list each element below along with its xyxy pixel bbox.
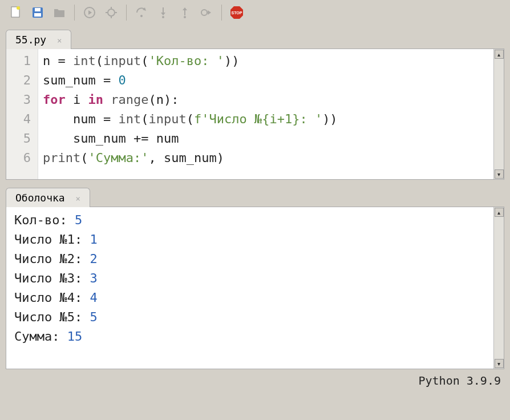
line-number: 2: [6, 71, 38, 90]
line-gutter: 1 2 3 4 5 6: [6, 49, 38, 179]
svg-rect-3: [34, 13, 41, 17]
save-icon[interactable]: [29, 3, 47, 22]
close-icon[interactable]: ×: [76, 194, 80, 203]
line-number: 6: [6, 148, 38, 168]
shell-output[interactable]: Кол-во: 5 Число №1: 1 Число №2: 2 Число …: [6, 207, 493, 369]
toolbar-divider: [126, 5, 127, 21]
svg-point-1: [17, 6, 20, 10]
svg-marker-18: [183, 7, 187, 10]
scroll-down-icon[interactable]: ▾: [495, 169, 504, 179]
svg-marker-15: [161, 13, 165, 15]
svg-point-19: [184, 16, 186, 18]
status-bar: Python 3.9.9: [0, 369, 510, 392]
scrollbar[interactable]: ▴ ▾: [493, 207, 504, 369]
scroll-down-icon[interactable]: ▾: [495, 359, 504, 368]
line-number: 3: [6, 90, 38, 110]
scrollbar[interactable]: ▴ ▾: [493, 49, 504, 179]
toolbar-divider: [221, 5, 222, 21]
tab-file[interactable]: 55.py ×: [6, 30, 71, 49]
step-out-icon[interactable]: [176, 3, 194, 22]
line-number: 4: [6, 110, 38, 129]
shell-tab-bar: Оболочка ×: [6, 188, 510, 207]
svg-marker-6: [88, 10, 92, 15]
svg-rect-4: [35, 8, 41, 11]
shell-pane: Кол-во: 5 Число №1: 1 Число №2: 2 Число …: [6, 207, 504, 369]
code-area[interactable]: n = int(input('Кол-во: ')) sum_num = 0 f…: [38, 49, 493, 179]
stop-icon[interactable]: STOP: [228, 3, 246, 22]
step-over-icon[interactable]: [132, 3, 151, 22]
editor-tab-bar: 55.py ×: [6, 30, 510, 49]
folder-icon[interactable]: [50, 3, 68, 22]
code-editor-pane: 1 2 3 4 5 6 n = int(input('Кол-во: ')) s…: [6, 49, 504, 180]
resume-icon[interactable]: [197, 3, 216, 22]
line-number: 5: [6, 129, 38, 148]
toolbar: STOP: [0, 0, 510, 25]
svg-text:STOP: STOP: [232, 11, 242, 15]
play-icon[interactable]: [80, 3, 99, 22]
tab-label: 55.py: [15, 34, 46, 46]
tab-shell[interactable]: Оболочка ×: [6, 188, 90, 207]
new-file-icon[interactable]: [7, 3, 25, 22]
scroll-up-icon[interactable]: ▴: [495, 50, 504, 59]
svg-point-7: [108, 9, 115, 16]
step-in-icon[interactable]: [154, 3, 172, 22]
svg-point-13: [140, 15, 143, 17]
tab-label: Оболочка: [15, 192, 65, 204]
svg-point-16: [162, 16, 164, 18]
scroll-up-icon[interactable]: ▴: [495, 208, 504, 217]
close-icon[interactable]: ×: [57, 36, 62, 45]
python-version: Python 3.9.9: [419, 374, 501, 387]
svg-marker-21: [208, 10, 211, 15]
toolbar-divider: [74, 5, 75, 21]
debug-icon[interactable]: [102, 3, 120, 22]
svg-point-20: [201, 10, 207, 15]
line-number: 1: [6, 51, 38, 71]
